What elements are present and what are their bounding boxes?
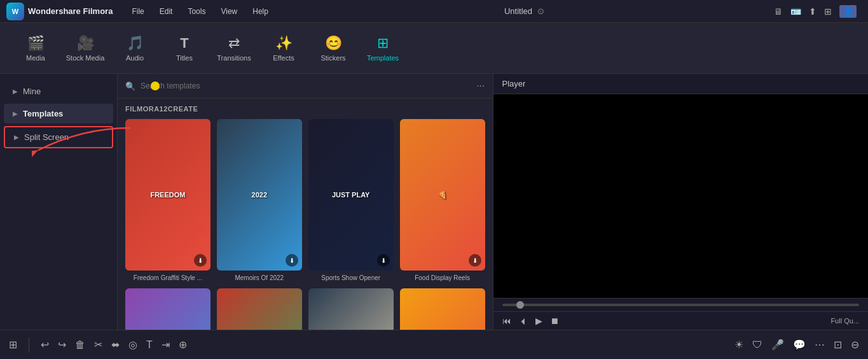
template-thumb-freedom: FREEDOM ⬇ (125, 119, 210, 271)
chevron-templates-icon: ▶ (13, 110, 18, 117)
tool-templates[interactable]: ⊞ Templates (360, 28, 406, 69)
text-icon[interactable]: T (146, 339, 153, 351)
sun-icon[interactable]: ☀ (734, 339, 743, 351)
project-title: Untitled (504, 6, 532, 16)
template-card-summer[interactable]: ☀ ⬇ Summer Time Vlog (400, 288, 485, 330)
tool-transitions[interactable]: ⇄ Transitions (211, 28, 257, 69)
effects-icon: ✨ (275, 35, 293, 52)
template-card-retro[interactable]: BE BRAVE ⬇ Retro Freedom Life Vl... (125, 288, 210, 330)
template-card-christmas-party[interactable]: Christmas ⬇ Christmas Party Opener (308, 288, 394, 330)
redo-icon[interactable]: ↪ (58, 339, 66, 351)
tool-effects[interactable]: ✨ Effects (261, 28, 307, 69)
player-panel: Player ⏮ ⏴ ▶ ⏹ Full Qu... (493, 74, 869, 330)
template-thumb-food: 🍕 ⬇ (400, 119, 485, 271)
template-thumb-memoirs: 2022 ⬇ (217, 119, 302, 271)
play-btn[interactable]: ▶ (535, 316, 542, 326)
sidebar-item-split-screen[interactable]: ▶ Split Screen (4, 126, 113, 148)
mic-icon[interactable]: 🎤 (771, 339, 784, 351)
search-icon: 🔍 (125, 81, 135, 91)
cursor-indicator (151, 81, 160, 90)
transitions-icon: ⇄ (228, 35, 240, 52)
media-icon: 🎬 (27, 35, 45, 52)
tool-stock-media[interactable]: 🎥 Stock Media (62, 28, 108, 69)
memoirs-thumb-text: 2022 (249, 188, 270, 201)
red-arrow-annotation (118, 188, 124, 220)
player-progress[interactable] (502, 304, 860, 306)
minus-icon[interactable]: ⊖ (851, 339, 859, 351)
download-food-icon[interactable]: ⬇ (469, 254, 481, 267)
monitor-icon[interactable]: 🖥 (774, 6, 783, 17)
template-card-freedom[interactable]: FREEDOM ⬇ Freedom Graffiti Style ... (125, 119, 210, 282)
prev-frame-btn[interactable]: ⏮ (502, 316, 511, 326)
save-icon: ⊙ (537, 6, 544, 16)
chevron-split-icon: ▶ (14, 134, 19, 141)
toolbar: 🎬 Media 🎥 Stock Media 🎵 Audio T Titles ⇄… (0, 23, 868, 74)
food-thumb-text: 🍕 (436, 188, 450, 202)
delete-icon[interactable]: 🗑 (75, 339, 85, 351)
stop-btn[interactable]: ⏹ (550, 316, 559, 326)
caption-icon[interactable]: 💬 (793, 339, 806, 351)
grid-icon[interactable]: ⊞ (824, 6, 832, 17)
template-card-sports[interactable]: JUST PLAY ⬇ Sports Show Opener (308, 119, 394, 282)
split-screen-icon[interactable]: ⋯ (815, 339, 825, 351)
search-input[interactable] (141, 81, 471, 90)
templates-panel: 🔍 ··· FILMORA12CREATE (118, 74, 493, 330)
menu-help[interactable]: Help (246, 4, 275, 18)
app-name: Wondershare Filmora (28, 6, 113, 16)
template-thumb-retro: BE BRAVE ⬇ (125, 288, 210, 330)
sidebar: ▶ Mine ▶ Templates ▶ Split Screen (0, 74, 118, 330)
sidebar-item-mine[interactable]: ▶ Mine (4, 81, 113, 101)
tool-audio[interactable]: 🎵 Audio (112, 28, 158, 69)
logo-icon: W (6, 3, 24, 20)
more-options-icon[interactable]: ··· (476, 80, 485, 92)
split-icon[interactable]: ⬌ (111, 339, 120, 351)
undo-icon[interactable]: ↩ (41, 339, 49, 351)
player-progress-thumb (516, 301, 524, 309)
template-thumb-summer: ☀ ⬇ (400, 288, 485, 330)
transition-bottom-icon[interactable]: ⇥ (162, 339, 170, 351)
crop-icon[interactable]: ◎ (128, 339, 137, 351)
tool-titles[interactable]: T Titles (162, 28, 207, 69)
user-icon[interactable]: 👤 (839, 5, 857, 18)
download-freedom-icon[interactable]: ⬇ (194, 254, 207, 267)
shield-icon[interactable]: 🛡 (752, 339, 762, 351)
app-logo: W Wondershare Filmora (6, 3, 113, 20)
menu-view[interactable]: View (214, 4, 244, 18)
player-controls (493, 298, 869, 311)
upload-icon[interactable]: ⬆ (809, 6, 816, 17)
template-card-memoirs[interactable]: 2022 ⬇ Memoirs Of 2022 (217, 119, 302, 282)
search-bar: 🔍 ··· (118, 74, 493, 99)
template-thumb-sports: JUST PLAY ⬇ (308, 119, 394, 271)
audio-icon: 🎵 (127, 35, 144, 52)
download-memoirs-icon[interactable]: ⬇ (286, 254, 298, 267)
sidebar-item-templates[interactable]: ▶ Templates (4, 104, 113, 123)
id-card-icon[interactable]: 🪪 (790, 6, 801, 17)
add-icon[interactable]: ⊕ (179, 339, 187, 351)
stock-media-icon: 🎥 (77, 35, 94, 52)
chevron-mine-icon: ▶ (13, 88, 18, 95)
step-back-btn[interactable]: ⏴ (519, 316, 528, 326)
tool-stickers[interactable]: 😊 Stickers (310, 28, 356, 69)
menu-file[interactable]: File (125, 4, 150, 18)
template-grid: FREEDOM ⬇ Freedom Graffiti Style ... 202… (125, 119, 485, 330)
pip-icon[interactable]: ⊡ (834, 339, 842, 351)
full-quality-label: Full Qu... (830, 317, 859, 325)
menu-tools[interactable]: Tools (181, 4, 212, 18)
title-area: Untitled ⊙ (504, 6, 544, 16)
tool-media[interactable]: 🎬 Media (13, 28, 59, 69)
freedom-label: Freedom Graffiti Style ... (125, 274, 210, 282)
bottom-bar: ⊞ ↩ ↪ 🗑 ✂ ⬌ ◎ T ⇥ ⊕ ☀ 🛡 🎤 💬 ⋯ ⊡ ⊖ (0, 330, 868, 359)
cut-icon[interactable]: ✂ (94, 339, 102, 351)
main-content: ▶ Mine ▶ Templates ▶ Split Screen 🔍 ··· (0, 74, 868, 330)
sports-label: Sports Show Opener (308, 274, 394, 282)
template-card-food[interactable]: 🍕 ⬇ Food Display Reels (400, 119, 485, 282)
templates-scroll[interactable]: FILMORA12CREATE FREEDOM ⬇ Freedom Graffi… (118, 99, 493, 330)
template-thumb-christmas-party: Christmas ⬇ (308, 288, 394, 330)
stickers-icon: 😊 (325, 35, 342, 52)
template-card-christmas-gifts[interactable]: 🎄✨ ⬇ Christmas Gifts Opener (217, 288, 302, 330)
food-label: Food Display Reels (400, 274, 485, 282)
menu-edit[interactable]: Edit (153, 4, 179, 18)
download-sports-icon[interactable]: ⬇ (377, 254, 390, 267)
player-screen (493, 94, 869, 298)
scenes-icon[interactable]: ⊞ (9, 339, 17, 351)
